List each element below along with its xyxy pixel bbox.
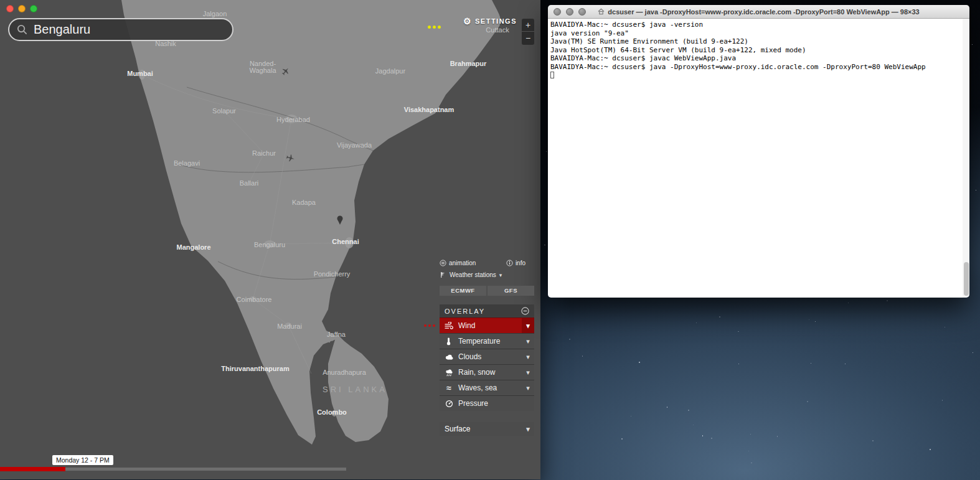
overlay-item-wind[interactable]: Wind ▾ xyxy=(440,318,534,333)
thermometer-icon xyxy=(444,337,454,346)
star xyxy=(750,434,751,435)
timeline-time-label: Monday 12 - 7 PM xyxy=(52,455,113,465)
star xyxy=(582,355,583,356)
zoom-out-button[interactable]: − xyxy=(522,32,534,45)
terminal-title: dcsuser — java -DproxyHost=www-proxy.idc… xyxy=(598,8,919,16)
info-icon xyxy=(506,260,513,266)
chevron-down-icon[interactable]: ▾ xyxy=(522,334,534,349)
overlay-item-label: Wind xyxy=(458,321,517,330)
star xyxy=(845,364,846,365)
loading-indicator xyxy=(428,26,441,29)
overlay-item-waves-sea[interactable]: ≈ Waves, sea ▾ xyxy=(440,380,534,395)
terminal-line: Java HotSpot(TM) 64-Bit Server VM (build… xyxy=(550,46,959,55)
terminal-output: BAVAIDYA-Mac:~ dcsuser$ java -versionjav… xyxy=(550,21,959,72)
timeline-progress[interactable] xyxy=(0,467,65,471)
star xyxy=(748,451,749,451)
star xyxy=(639,362,640,363)
star xyxy=(719,316,720,317)
star xyxy=(702,435,703,436)
star xyxy=(777,436,778,437)
overlay-item-label: Clouds xyxy=(458,352,517,361)
star xyxy=(569,339,570,340)
surface-level-selector[interactable]: Surface ▾ xyxy=(440,422,534,436)
terminal-window-controls xyxy=(554,8,586,16)
minimize-button[interactable] xyxy=(18,5,26,12)
terminal-window: dcsuser — java -DproxyHost=www-proxy.idc… xyxy=(548,5,969,298)
close-button[interactable] xyxy=(6,5,14,12)
search-input[interactable] xyxy=(34,22,225,37)
star xyxy=(887,300,888,301)
zoom-in-button[interactable]: + xyxy=(522,19,534,32)
selected-overlay-dots xyxy=(424,324,435,327)
star xyxy=(738,331,738,332)
scrollbar-thumb[interactable] xyxy=(964,262,969,296)
star xyxy=(751,463,752,464)
star xyxy=(942,400,943,401)
star xyxy=(738,364,739,364)
overlay-item-label: Pressure xyxy=(458,399,534,408)
terminal-cursor-line xyxy=(550,72,959,80)
chevron-down-icon: ▾ xyxy=(499,272,502,278)
star xyxy=(811,363,811,364)
star xyxy=(621,438,623,440)
star xyxy=(972,44,973,45)
animation-label: animation xyxy=(449,260,476,266)
weather-stations-label: Weather stations xyxy=(450,271,496,278)
chevron-down-icon[interactable]: ▾ xyxy=(522,365,534,380)
overlay-item-temperature[interactable]: Temperature ▾ xyxy=(440,333,534,349)
zoom-window-button[interactable] xyxy=(30,5,37,12)
terminal-line: Java(TM) SE Runtime Environment (build 9… xyxy=(550,37,959,46)
star xyxy=(688,410,689,411)
zoom-window-button[interactable] xyxy=(578,8,586,16)
model-button-gfs[interactable]: GFS xyxy=(488,286,534,296)
proxy-document-icon xyxy=(598,8,605,15)
overlay-item-label: Rain, snow xyxy=(458,368,517,377)
overlay-item-label: Waves, sea xyxy=(458,384,517,392)
station-flag-icon xyxy=(440,271,446,278)
star xyxy=(815,321,816,322)
minimize-button[interactable] xyxy=(566,8,573,16)
overlay-item-pressure[interactable]: Pressure xyxy=(440,395,534,411)
star xyxy=(631,416,631,416)
terminal-line: java version "9-ea" xyxy=(550,29,959,38)
star xyxy=(809,319,809,320)
chevron-down-icon[interactable]: ▾ xyxy=(522,380,534,395)
settings-button[interactable]: ⚙ SETTINGS xyxy=(463,17,517,26)
playback-controls: animation info xyxy=(440,260,534,266)
star xyxy=(930,449,931,450)
close-button[interactable] xyxy=(554,8,561,16)
search-icon xyxy=(17,24,27,35)
chevron-down-icon: ▾ xyxy=(522,422,534,436)
surface-label: Surface xyxy=(445,425,470,433)
star xyxy=(544,245,545,246)
gear-icon: ⚙ xyxy=(463,17,472,26)
star xyxy=(945,327,945,327)
terminal-cursor xyxy=(550,72,554,78)
overlay-item-rain-snow[interactable]: Rain, snow ▾ xyxy=(440,364,534,380)
overlay-title: OVERLAY xyxy=(445,308,485,315)
chevron-down-icon[interactable]: ▾ xyxy=(522,349,534,364)
star xyxy=(872,440,874,441)
overlay-item-label: Temperature xyxy=(458,337,517,346)
zoom-control: + − xyxy=(522,19,534,45)
animation-toggle[interactable]: animation xyxy=(440,260,476,266)
location-search[interactable] xyxy=(8,18,233,41)
terminal-titlebar[interactable]: dcsuser — java -DproxyHost=www-proxy.idc… xyxy=(548,5,969,19)
model-button-ecmwf[interactable]: ECMWF xyxy=(440,286,486,296)
overlay-item-clouds[interactable]: Clouds ▾ xyxy=(440,349,534,364)
star xyxy=(696,322,697,323)
terminal-body[interactable]: BAVAIDYA-Mac:~ dcsuser$ java -versionjav… xyxy=(548,19,969,298)
terminal-line: BAVAIDYA-Mac:~ dcsuser$ java -DproxyHost… xyxy=(550,63,959,72)
collapse-icon[interactable] xyxy=(521,307,529,315)
terminal-line: BAVAIDYA-Mac:~ dcsuser$ javac WebViewApp… xyxy=(550,54,959,63)
pause-icon xyxy=(440,260,446,266)
chevron-down-icon[interactable]: ▾ xyxy=(522,318,534,333)
star xyxy=(973,352,973,353)
info-button[interactable]: info xyxy=(506,260,525,266)
terminal-scrollbar[interactable] xyxy=(963,19,969,298)
star xyxy=(848,303,849,303)
star xyxy=(711,438,712,439)
overlay-panel-header: OVERLAY xyxy=(440,304,534,318)
window-controls xyxy=(6,5,37,12)
weather-stations-toggle[interactable]: Weather stations ▾ xyxy=(440,271,534,278)
